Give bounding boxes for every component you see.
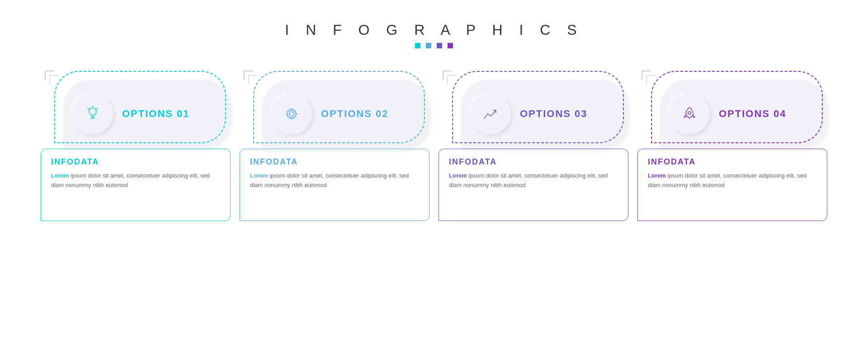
body-text-4: ipsum dolor sit amet, consectetuer adipi… [648, 172, 807, 188]
bubble-top-1: OPTIONS 01 [41, 66, 231, 148]
gear-icon [283, 105, 301, 123]
card-2: OPTIONS 02 INFODATA Lorem ipsum dolor si… [240, 66, 429, 221]
svg-line-9 [96, 108, 98, 109]
info-text-1: Lorem ipsum dolor sit amet, consectetuer… [51, 171, 220, 190]
info-title-1: INFODATA [51, 157, 220, 167]
cards-container: OPTIONS 01 INFODATA Lorem ipsum dolor si… [0, 66, 868, 221]
lorem-4: Lorem [648, 172, 666, 179]
dot-1 [415, 43, 420, 48]
option-label-3: OPTIONS 03 [520, 108, 588, 120]
icon-circle-2 [271, 94, 312, 134]
body-text-1: ipsum dolor sit amet, consectetuer adipi… [51, 172, 210, 188]
info-text-3: Lorem ipsum dolor sit amet, consectetuer… [449, 171, 618, 190]
option-label-4: OPTIONS 04 [719, 108, 787, 120]
info-box-4: INFODATA Lorem ipsum dolor sit amet, con… [637, 149, 827, 221]
bubble-content-1: OPTIONS 01 [63, 80, 231, 148]
info-title-3: INFODATA [449, 157, 618, 167]
svg-rect-2 [437, 43, 442, 48]
bubble-content-4: OPTIONS 04 [660, 80, 827, 148]
body-text-3: ipsum dolor sit amet, consectetuer adipi… [449, 172, 608, 188]
info-box-1: INFODATA Lorem ipsum dolor sit amet, con… [41, 149, 231, 221]
body-text-2: ipsum dolor sit amet, consectetuer adipi… [250, 172, 409, 188]
svg-rect-1 [426, 43, 431, 48]
card-3: OPTIONS 03 INFODATA Lorem ipsum dolor si… [439, 66, 628, 221]
lorem-1: Lorem [51, 172, 69, 179]
info-title-4: INFODATA [648, 157, 817, 167]
rocket-icon [680, 105, 698, 123]
bubble-content-3: OPTIONS 03 [461, 80, 628, 148]
header: I N F O G R A P H I C S [285, 22, 583, 48]
lorem-2: Lorem [250, 172, 268, 179]
chart-icon [481, 105, 500, 123]
card-1: OPTIONS 01 INFODATA Lorem ipsum dolor si… [41, 66, 231, 221]
lorem-3: Lorem [449, 172, 467, 179]
svg-point-4 [89, 108, 96, 115]
svg-rect-0 [415, 43, 420, 48]
info-title-2: INFODATA [250, 157, 419, 167]
bubble-top-2: OPTIONS 02 [240, 66, 429, 148]
bubble-top-3: OPTIONS 03 [439, 66, 628, 148]
bubble-content-2: OPTIONS 02 [262, 80, 429, 148]
icon-circle-4 [669, 94, 710, 134]
icon-circle-1 [72, 94, 113, 134]
dot-2 [426, 43, 431, 48]
info-box-2: INFODATA Lorem ipsum dolor sit amet, con… [240, 149, 429, 221]
page-title: I N F O G R A P H I C S [285, 22, 583, 38]
option-label-1: OPTIONS 01 [122, 108, 190, 120]
dots-row [415, 43, 453, 48]
svg-point-12 [688, 112, 691, 114]
info-text-4: Lorem ipsum dolor sit amet, consectetuer… [648, 171, 817, 190]
svg-rect-3 [448, 43, 453, 48]
bulb-icon [84, 105, 102, 123]
svg-point-11 [289, 112, 294, 116]
option-label-2: OPTIONS 02 [321, 108, 389, 120]
card-4: OPTIONS 04 INFODATA Lorem ipsum dolor si… [637, 66, 827, 221]
dot-3 [437, 43, 442, 48]
svg-line-8 [88, 108, 89, 109]
info-text-2: Lorem ipsum dolor sit amet, consectetuer… [250, 171, 419, 190]
dot-4 [448, 43, 453, 48]
info-box-3: INFODATA Lorem ipsum dolor sit amet, con… [439, 149, 628, 221]
bubble-top-4: OPTIONS 04 [637, 66, 827, 148]
icon-circle-3 [470, 94, 511, 134]
